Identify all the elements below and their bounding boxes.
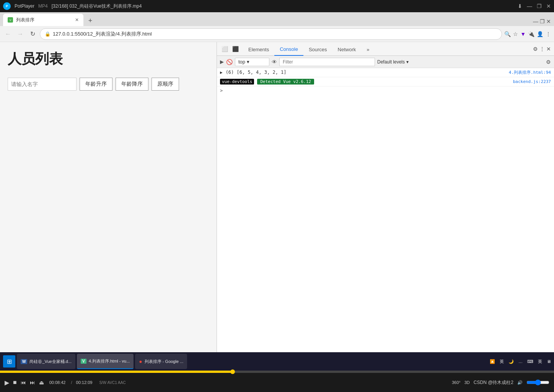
next-icon[interactable]: ⏭ [30, 379, 35, 385]
tray-keyboard[interactable]: ⌨ [527, 359, 533, 364]
console-source-link[interactable]: 4.列表排序.html:94 [509, 70, 551, 75]
play-icon[interactable]: ▶ [5, 379, 9, 386]
media-right: 360° 3D CSDN @待木成柱2 🔊 [452, 379, 549, 386]
prev-icon[interactable]: ⏮ [21, 379, 26, 385]
word-icon: W [21, 359, 27, 364]
levels-label: Default levels [377, 59, 405, 65]
devtools-close-icon[interactable]: ✕ [546, 46, 551, 52]
taskbar-chrome-label: 列表排序 - Google ... [145, 359, 183, 364]
vue-icon: V [81, 359, 86, 364]
console-settings-icon[interactable]: ⚙ [546, 59, 551, 65]
stop-icon[interactable]: ■ [13, 379, 17, 386]
filter-input[interactable] [279, 58, 375, 66]
refresh-button[interactable]: ↻ [28, 29, 37, 39]
tray-icons: 🔼 [490, 359, 495, 364]
browser-minimize-icon[interactable]: — [533, 18, 538, 24]
tab-more[interactable]: » [361, 44, 375, 56]
format-label: MP4 [38, 3, 48, 9]
dock2-icon[interactable]: ⬛ [231, 44, 240, 54]
new-tab-button[interactable]: + [85, 15, 96, 26]
context-selector[interactable]: top ▾ [235, 58, 269, 66]
minimize-icon[interactable]: ⬇ [518, 3, 522, 9]
browser-restore-icon[interactable]: ❐ [540, 18, 545, 24]
taskbar-word-label: 尚硅谷_Vue全家桶.d... [29, 359, 72, 364]
tray-more[interactable]: … [518, 359, 523, 364]
webpage: 人员列表 年龄升序 年龄降序 原顺序 [0, 42, 217, 352]
total-time: 00:12:09 [76, 380, 93, 385]
chrome-icon: ● [139, 358, 142, 364]
extension-icon[interactable]: 🔌 [528, 31, 534, 37]
devtools-more-icon[interactable]: ⋮ [539, 46, 545, 52]
lock-icon: 🔒 [45, 31, 51, 37]
devtools-top-actions: ⚙ ⋮ ✕ [533, 46, 551, 52]
app-name: PotPlayer [15, 3, 34, 9]
taskbar-item-word[interactable]: W 尚硅谷_Vue全家桶.d... [17, 354, 75, 369]
tab-sources[interactable]: Sources [303, 44, 332, 56]
taskbar-tray: 🔼 英 🌙 … ⌨ 英 🖥 [490, 359, 551, 364]
eye-icon[interactable]: 👁 [272, 59, 277, 65]
vue-source-link[interactable]: backend.js:2237 [513, 79, 551, 84]
tray-lang[interactable]: 英 [500, 359, 504, 364]
taskbar-item-vue[interactable]: V 4.列表排序.html - vu... [77, 354, 134, 369]
console-content: ▶ (6) [6, 5, 4, 3, 2, 1] 4.列表排序.html:94 … [217, 68, 554, 352]
address-bar[interactable]: 🔒 127.0.0.1:5500/12_列表渲染/4.列表排序.html [40, 28, 502, 40]
taskbar: ⊞ W 尚硅谷_Vue全家桶.d... V 4.列表排序.html - vu..… [0, 352, 554, 371]
current-time: 00:08:42 [49, 380, 66, 385]
codec-info: S/W AVC1 AAC [99, 381, 125, 385]
menu-icon[interactable]: ⋮ [546, 31, 551, 37]
browser-close-icon[interactable]: ✕ [546, 18, 551, 24]
console-toolbar: ▶ 🚫 top ▾ 👁 Default levels ▾ ⚙ [217, 56, 554, 68]
media-controls: ▶ ■ ⏮ ⏭ ⏏ 00:08:42 / 00:12:09 S/W AVC1 A… [0, 373, 554, 392]
execute-icon[interactable]: ▶ [220, 59, 224, 65]
address-bar-actions: 🔍 ☆ ▼ 🔌 👤 ⋮ [504, 31, 551, 37]
address-text: 127.0.0.1:5500/12_列表渲染/4.列表排序.html [53, 31, 152, 37]
tray-desktop[interactable]: 🖥 [547, 359, 551, 364]
zoom-icon[interactable]: 🔍 [504, 31, 511, 37]
console-array-text: (6) [6, 5, 4, 3, 2, 1] [226, 70, 506, 75]
devtools-tabs: Elements Console Sources Network » [243, 42, 375, 56]
volume-slider[interactable] [526, 379, 549, 385]
vue-devtools-badge: vue-devtools [220, 79, 254, 85]
block-icon[interactable]: 🚫 [226, 59, 233, 65]
address-bar-row: ← → ↻ 🔒 127.0.0.1:5500/12_列表渲染/4.列表排序.ht… [0, 26, 554, 42]
console-prompt[interactable]: > [217, 86, 554, 95]
star-icon[interactable]: ☆ [513, 31, 518, 37]
media-player: ▶ ■ ⏮ ⏭ ⏏ 00:08:42 / 00:12:09 S/W AVC1 A… [0, 371, 554, 392]
tab-label: 列表排序 [16, 17, 34, 23]
eject-icon[interactable]: ⏏ [39, 379, 44, 385]
levels-arrow: ▾ [406, 59, 409, 65]
active-tab[interactable]: V 列表排序 ✕ [3, 14, 83, 26]
original-order-button[interactable]: 原顺序 [152, 78, 179, 91]
age-asc-button[interactable]: 年龄升序 [80, 78, 112, 91]
expand-arrow-icon[interactable]: ▶ [220, 70, 223, 75]
user-icon[interactable]: 👤 [537, 31, 543, 37]
tray-moon[interactable]: 🌙 [508, 359, 514, 364]
forward-button[interactable]: → [15, 29, 25, 39]
vpn-icon[interactable]: ▼ [520, 31, 526, 37]
age-desc-button[interactable]: 年龄降序 [116, 78, 148, 91]
tab-network[interactable]: Network [332, 44, 362, 56]
back-button[interactable]: ← [3, 29, 13, 39]
start-button[interactable]: ⊞ [3, 355, 15, 368]
progress-bar[interactable] [0, 371, 554, 373]
maximize-icon[interactable]: ❐ [537, 3, 542, 9]
view-3d: 3D [464, 380, 470, 385]
dock-icon[interactable]: ⬜ [220, 44, 229, 54]
name-input[interactable] [8, 78, 77, 91]
close-icon[interactable]: ✕ [546, 3, 551, 9]
taskbar-item-chrome[interactable]: ● 列表排序 - Google ... [135, 354, 187, 369]
view-360: 360° [452, 380, 461, 385]
tab-close-icon[interactable]: ✕ [75, 17, 79, 23]
volume-icon[interactable]: 🔊 [517, 380, 523, 385]
minimize2-icon[interactable]: — [527, 3, 532, 9]
devtools-panel: ⬜ ⬛ Elements Console Sources Network » ⚙… [217, 42, 554, 352]
devtools-settings-icon[interactable]: ⚙ [533, 46, 538, 52]
devtools-header: ⬜ ⬛ Elements Console Sources Network » ⚙… [217, 42, 554, 56]
levels-selector[interactable]: Default levels ▾ [377, 59, 409, 65]
time-sep: / [71, 380, 72, 385]
tab-console[interactable]: Console [274, 44, 303, 56]
tray-lang2[interactable]: 英 [538, 359, 542, 364]
console-row: ▶ (6) [6, 5, 4, 3, 2, 1] 4.列表排序.html:94 [217, 68, 554, 77]
page-title: 人员列表 [8, 50, 209, 68]
tab-elements[interactable]: Elements [243, 44, 274, 56]
